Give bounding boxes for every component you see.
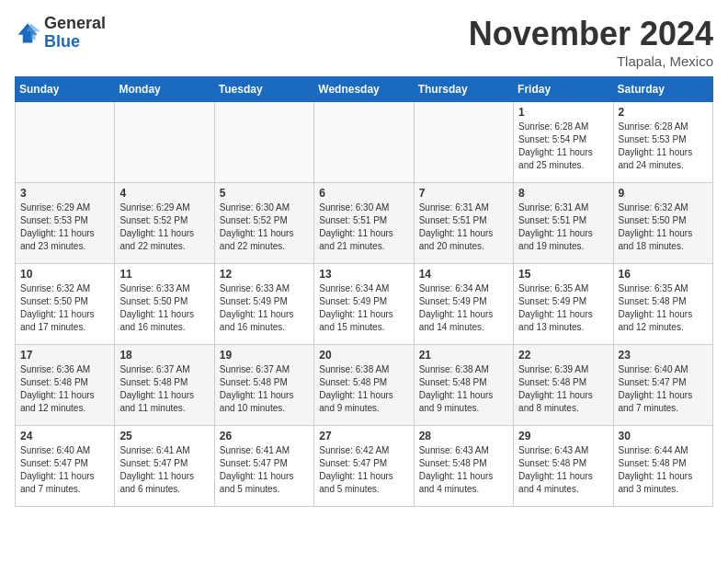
title-block: November 2024 Tlapala, Mexico [469,15,713,69]
day-info: Sunrise: 6:43 AM Sunset: 5:48 PM Dayligh… [419,444,508,496]
calendar-table: Sunday Monday Tuesday Wednesday Thursday… [15,76,713,507]
calendar-cell: 2Sunrise: 6:28 AM Sunset: 5:53 PM Daylig… [613,102,712,183]
day-number: 13 [319,268,408,281]
day-number: 19 [220,349,309,362]
calendar-cell: 22Sunrise: 6:39 AM Sunset: 5:48 PM Dayli… [514,345,613,426]
day-info: Sunrise: 6:41 AM Sunset: 5:47 PM Dayligh… [119,444,209,496]
day-number: 28 [419,430,508,442]
day-number: 22 [518,349,608,362]
calendar-header: Sunday Monday Tuesday Wednesday Thursday… [16,77,713,102]
calendar-week-5: 24Sunrise: 6:40 AM Sunset: 5:47 PM Dayli… [16,426,713,507]
calendar-cell: 13Sunrise: 6:34 AM Sunset: 5:49 PM Dayli… [314,264,414,345]
calendar-cell: 7Sunrise: 6:31 AM Sunset: 5:51 PM Daylig… [414,183,513,264]
calendar-cell [16,102,115,183]
calendar-cell: 26Sunrise: 6:41 AM Sunset: 5:47 PM Dayli… [214,426,313,507]
calendar-cell: 20Sunrise: 6:38 AM Sunset: 5:48 PM Dayli… [314,345,414,426]
calendar-body: 1Sunrise: 6:28 AM Sunset: 5:54 PM Daylig… [16,102,713,507]
day-info: Sunrise: 6:30 AM Sunset: 5:52 PM Dayligh… [220,201,309,253]
day-number: 5 [220,187,309,200]
day-info: Sunrise: 6:35 AM Sunset: 5:48 PM Dayligh… [619,282,708,334]
day-number: 8 [518,187,608,200]
calendar-cell [214,102,313,183]
day-info: Sunrise: 6:33 AM Sunset: 5:50 PM Dayligh… [119,282,209,334]
day-number: 6 [319,187,408,200]
calendar-cell: 18Sunrise: 6:37 AM Sunset: 5:48 PM Dayli… [115,345,214,426]
header-row: Sunday Monday Tuesday Wednesday Thursday… [16,77,713,102]
day-info: Sunrise: 6:28 AM Sunset: 5:53 PM Dayligh… [619,121,708,172]
calendar-cell: 10Sunrise: 6:32 AM Sunset: 5:50 PM Dayli… [16,264,115,345]
calendar-cell: 8Sunrise: 6:31 AM Sunset: 5:51 PM Daylig… [514,183,613,264]
calendar-cell: 21Sunrise: 6:38 AM Sunset: 5:48 PM Dayli… [414,345,513,426]
day-number: 18 [119,349,209,362]
header-monday: Monday [115,77,214,102]
page-header: General Blue November 2024 Tlapala, Mexi… [15,15,713,69]
calendar-week-2: 3Sunrise: 6:29 AM Sunset: 5:53 PM Daylig… [16,183,713,264]
day-info: Sunrise: 6:34 AM Sunset: 5:49 PM Dayligh… [319,282,408,334]
calendar-week-3: 10Sunrise: 6:32 AM Sunset: 5:50 PM Dayli… [16,264,713,345]
day-number: 17 [20,349,109,362]
day-info: Sunrise: 6:30 AM Sunset: 5:51 PM Dayligh… [319,201,408,253]
location: Tlapala, Mexico [469,53,713,69]
calendar-cell: 25Sunrise: 6:41 AM Sunset: 5:47 PM Dayli… [115,426,214,507]
day-number: 12 [220,268,309,281]
day-info: Sunrise: 6:36 AM Sunset: 5:48 PM Dayligh… [20,363,109,415]
day-number: 20 [319,349,408,362]
calendar-cell [115,102,214,183]
calendar-cell: 3Sunrise: 6:29 AM Sunset: 5:53 PM Daylig… [16,183,115,264]
day-info: Sunrise: 6:40 AM Sunset: 5:47 PM Dayligh… [20,444,109,496]
day-number: 1 [518,106,608,119]
calendar-cell: 23Sunrise: 6:40 AM Sunset: 5:47 PM Dayli… [613,345,712,426]
header-thursday: Thursday [414,77,513,102]
day-info: Sunrise: 6:38 AM Sunset: 5:48 PM Dayligh… [419,363,508,415]
day-info: Sunrise: 6:42 AM Sunset: 5:47 PM Dayligh… [319,444,408,496]
day-info: Sunrise: 6:34 AM Sunset: 5:49 PM Dayligh… [419,282,508,334]
logo-icon [15,20,40,46]
calendar-cell: 12Sunrise: 6:33 AM Sunset: 5:49 PM Dayli… [214,264,313,345]
day-number: 3 [20,187,109,200]
logo-general-text: General [44,15,106,33]
day-info: Sunrise: 6:43 AM Sunset: 5:48 PM Dayligh… [518,444,608,496]
calendar-cell: 28Sunrise: 6:43 AM Sunset: 5:48 PM Dayli… [414,426,513,507]
calendar-cell: 4Sunrise: 6:29 AM Sunset: 5:52 PM Daylig… [115,183,214,264]
day-info: Sunrise: 6:35 AM Sunset: 5:49 PM Dayligh… [518,282,608,334]
month-title: November 2024 [469,15,713,53]
day-number: 14 [419,268,508,281]
calendar-cell: 6Sunrise: 6:30 AM Sunset: 5:51 PM Daylig… [314,183,414,264]
day-number: 4 [119,187,209,200]
calendar-cell: 5Sunrise: 6:30 AM Sunset: 5:52 PM Daylig… [214,183,313,264]
calendar-cell: 19Sunrise: 6:37 AM Sunset: 5:48 PM Dayli… [214,345,313,426]
day-number: 16 [619,268,708,281]
day-number: 23 [619,349,708,362]
header-friday: Friday [514,77,613,102]
calendar-cell: 11Sunrise: 6:33 AM Sunset: 5:50 PM Dayli… [115,264,214,345]
calendar-cell: 1Sunrise: 6:28 AM Sunset: 5:54 PM Daylig… [514,102,613,183]
day-number: 21 [419,349,508,362]
day-info: Sunrise: 6:41 AM Sunset: 5:47 PM Dayligh… [220,444,309,496]
calendar-cell: 27Sunrise: 6:42 AM Sunset: 5:47 PM Dayli… [314,426,414,507]
header-wednesday: Wednesday [314,77,414,102]
day-info: Sunrise: 6:31 AM Sunset: 5:51 PM Dayligh… [518,201,608,253]
header-sunday: Sunday [16,77,115,102]
calendar-cell [314,102,414,183]
day-info: Sunrise: 6:32 AM Sunset: 5:50 PM Dayligh… [20,282,109,334]
day-number: 10 [20,268,109,281]
day-info: Sunrise: 6:38 AM Sunset: 5:48 PM Dayligh… [319,363,408,415]
day-info: Sunrise: 6:39 AM Sunset: 5:48 PM Dayligh… [518,363,608,415]
day-info: Sunrise: 6:28 AM Sunset: 5:54 PM Dayligh… [518,121,608,172]
day-info: Sunrise: 6:31 AM Sunset: 5:51 PM Dayligh… [419,201,508,253]
calendar-cell: 15Sunrise: 6:35 AM Sunset: 5:49 PM Dayli… [514,264,613,345]
day-number: 7 [419,187,508,200]
day-number: 26 [220,430,309,442]
logo: General Blue [15,15,106,52]
day-number: 11 [119,268,209,281]
day-info: Sunrise: 6:29 AM Sunset: 5:53 PM Dayligh… [20,201,109,253]
calendar-cell: 9Sunrise: 6:32 AM Sunset: 5:50 PM Daylig… [613,183,712,264]
day-info: Sunrise: 6:29 AM Sunset: 5:52 PM Dayligh… [119,201,209,253]
calendar-cell: 29Sunrise: 6:43 AM Sunset: 5:48 PM Dayli… [514,426,613,507]
day-number: 25 [119,430,209,442]
calendar-cell: 30Sunrise: 6:44 AM Sunset: 5:48 PM Dayli… [613,426,712,507]
calendar-cell: 14Sunrise: 6:34 AM Sunset: 5:49 PM Dayli… [414,264,513,345]
day-number: 15 [518,268,608,281]
day-info: Sunrise: 6:40 AM Sunset: 5:47 PM Dayligh… [619,363,708,415]
calendar-cell: 17Sunrise: 6:36 AM Sunset: 5:48 PM Dayli… [16,345,115,426]
